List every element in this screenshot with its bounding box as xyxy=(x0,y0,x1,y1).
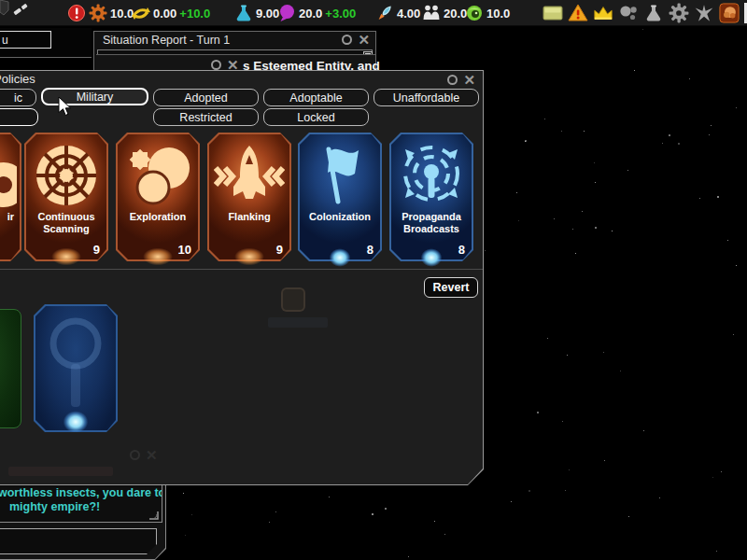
menu-tab-label: u xyxy=(2,34,8,47)
research-flask-icon[interactable] xyxy=(643,3,664,23)
sun-planet-icon xyxy=(120,140,195,215)
pencil-icon[interactable] xyxy=(11,0,30,19)
stat-delta: +3.00 xyxy=(325,7,356,21)
mouse-cursor xyxy=(58,97,73,118)
menu-tab[interactable]: u xyxy=(0,31,51,49)
dialog-message-line1: worthless insects, you dare to xyxy=(0,486,162,499)
policy-cost: 8 xyxy=(367,243,374,257)
filter-tab-partial[interactable] xyxy=(0,108,38,126)
stat-value: 10.0 xyxy=(110,7,134,21)
ghost-emblem xyxy=(281,287,305,312)
stat-population: 20.0 xyxy=(422,0,467,26)
card-glow-orb xyxy=(60,408,92,436)
top-bar-buttons xyxy=(543,0,740,26)
policy-name: ir xyxy=(0,211,18,223)
policies-window: Policies ✕ ic Military Adopted Adoptable… xyxy=(0,70,484,485)
window-title: Policies xyxy=(0,72,35,86)
game-screen: 10.0 0.00 +10.0 9.00 20.0 +3.00 xyxy=(0,0,747,560)
policy-card-partial[interactable]: ir xyxy=(0,133,21,261)
filter-tab-locked[interactable]: Locked xyxy=(263,108,369,126)
window-controls: ✕ xyxy=(342,35,370,45)
policy-cost: 9 xyxy=(93,243,100,257)
eagle-icon[interactable] xyxy=(694,3,714,23)
race-portrait-icon[interactable] xyxy=(719,3,740,23)
dialog-message-line2: mighty empire?! xyxy=(9,500,100,513)
filter-tab-economic[interactable]: ic xyxy=(0,89,36,106)
policy-card-exploration[interactable]: Exploration 10 xyxy=(116,133,200,261)
stat-labor: 10.0 xyxy=(89,0,134,26)
settings-gear-icon[interactable] xyxy=(669,3,689,23)
ghost-window-controls: ✕ xyxy=(130,450,158,460)
stat-value: 4.00 xyxy=(397,7,420,21)
policy-card-flanking[interactable]: Flanking 9 xyxy=(207,133,291,261)
dialog-input-box[interactable] xyxy=(0,528,157,554)
planets-icon[interactable] xyxy=(618,3,639,23)
repair-icon xyxy=(0,140,17,215)
stat-money: 0.00 +10.0 xyxy=(132,0,210,26)
diplomacy-dialog-window: worthless insects, you dare to mighty em… xyxy=(0,481,166,560)
stat-value: 9.00 xyxy=(256,7,279,21)
policy-name: Exploration xyxy=(120,211,196,223)
stat-value: 0.00 xyxy=(153,7,176,21)
policy-card-propaganda-broadcasts[interactable]: Propaganda Broadcasts 8 xyxy=(389,133,473,261)
crown-icon[interactable] xyxy=(593,3,613,23)
coins-icon xyxy=(132,4,150,22)
gear-icon xyxy=(89,4,107,22)
pin-icon[interactable] xyxy=(342,35,352,45)
shield-icon xyxy=(0,0,9,19)
policy-name: Colonization xyxy=(302,211,378,223)
close-icon[interactable]: ✕ xyxy=(463,75,475,85)
chat-bubble-icon xyxy=(277,4,296,22)
filter-tab-adoptable[interactable]: Adoptable xyxy=(263,89,369,106)
policy-cost: 8 xyxy=(458,243,465,257)
eye-icon xyxy=(465,4,484,22)
stat-influence: 20.0 +3.00 xyxy=(277,0,356,26)
filter-tab-restricted[interactable]: Restricted xyxy=(153,108,259,126)
alert-icon[interactable] xyxy=(67,0,86,26)
scan-wheel-icon xyxy=(29,140,104,215)
close-icon[interactable]: ✕ xyxy=(358,35,370,45)
section-divider xyxy=(0,269,483,270)
stat-research: 9.00 xyxy=(234,0,279,26)
flag-icon xyxy=(303,140,377,215)
menu-window-fragment: u xyxy=(0,28,92,58)
pin-icon[interactable] xyxy=(447,75,458,85)
adopted-policy-card-green[interactable] xyxy=(0,309,21,428)
resource-top-bar: 10.0 0.00 +10.0 9.00 20.0 +3.00 xyxy=(0,0,747,26)
policy-name: Flanking xyxy=(211,211,288,223)
card-icon[interactable] xyxy=(543,3,563,23)
stat-delta: +10.0 xyxy=(179,7,210,21)
stat-ships: 4.00 xyxy=(375,0,420,26)
policy-cost: 10 xyxy=(178,243,191,257)
window-controls: ✕ xyxy=(447,75,475,85)
ghost-text xyxy=(268,317,328,328)
resize-corner-icon[interactable] xyxy=(148,511,159,520)
policy-name: Continuous Scanning xyxy=(28,211,105,235)
stat-value: 20.0 xyxy=(444,7,467,21)
population-icon xyxy=(422,4,441,22)
adopted-policy-card-blue[interactable] xyxy=(34,304,118,432)
ghost-text xyxy=(8,467,113,476)
stat-value: 20.0 xyxy=(299,7,322,21)
window-title: Situation Report - Turn 1 xyxy=(103,34,230,47)
policy-cost: 9 xyxy=(276,243,283,257)
dialog-message-box: worthless insects, you dare to mighty em… xyxy=(0,482,162,523)
broadcast-icon xyxy=(394,140,469,215)
policy-card-colonization[interactable]: Colonization 8 xyxy=(298,133,382,261)
policy-card-continuous-scanning[interactable]: Continuous Scanning 9 xyxy=(24,133,108,261)
flask-icon xyxy=(234,4,253,22)
filter-tab-adopted[interactable]: Adopted xyxy=(153,89,259,106)
pin-icon[interactable] xyxy=(211,60,221,70)
rocket-icon xyxy=(375,4,394,22)
filter-tab-unaffordable[interactable]: Unaffordable xyxy=(374,89,479,106)
rocket-chevrons-icon xyxy=(212,140,287,215)
revert-button[interactable]: Revert xyxy=(424,277,478,298)
warning-icon[interactable] xyxy=(568,3,588,23)
window-controls: ✕ xyxy=(211,60,239,70)
policy-name: Propaganda Broadcasts xyxy=(393,211,470,235)
stat-value: 10.0 xyxy=(486,7,510,21)
stat-vision: 10.0 xyxy=(465,0,510,26)
close-icon[interactable]: ✕ xyxy=(227,60,239,70)
